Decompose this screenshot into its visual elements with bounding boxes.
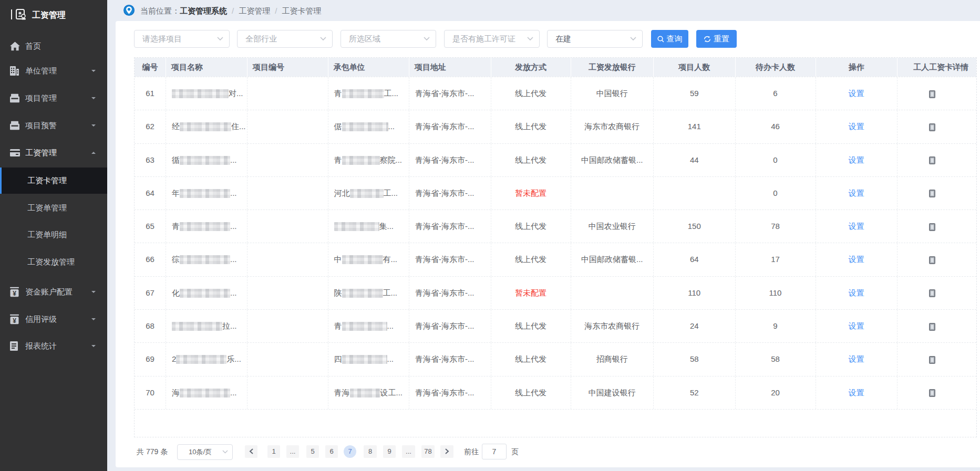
svg-text:¥: ¥ xyxy=(13,290,16,297)
svg-text:¥: ¥ xyxy=(13,317,16,325)
